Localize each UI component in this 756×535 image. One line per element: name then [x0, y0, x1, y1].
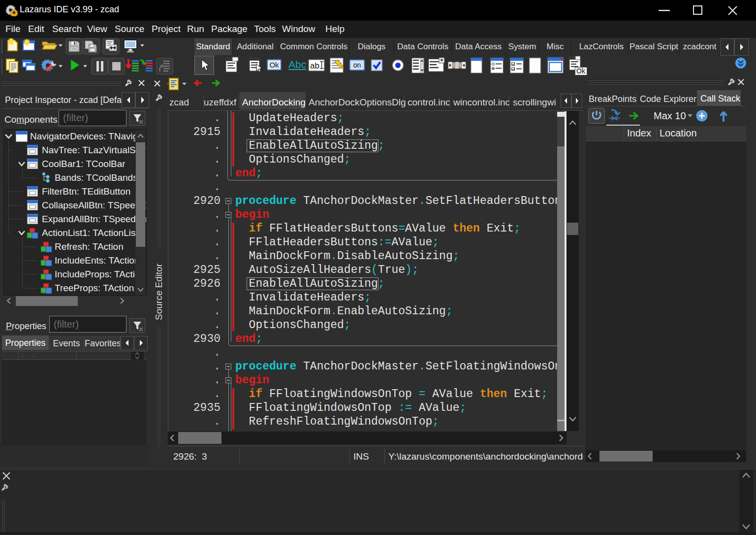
svg-text:Source Editor: Source Editor [154, 263, 164, 320]
svg-text:on: on [353, 61, 361, 69]
svg-text:Max 10: Max 10 [654, 110, 686, 121]
svg-text:ab: ab [310, 61, 319, 70]
svg-text:Ok: Ok [269, 61, 279, 69]
svg-text:Abc: Abc [288, 59, 306, 70]
svg-text:Ok: Ok [576, 67, 586, 75]
